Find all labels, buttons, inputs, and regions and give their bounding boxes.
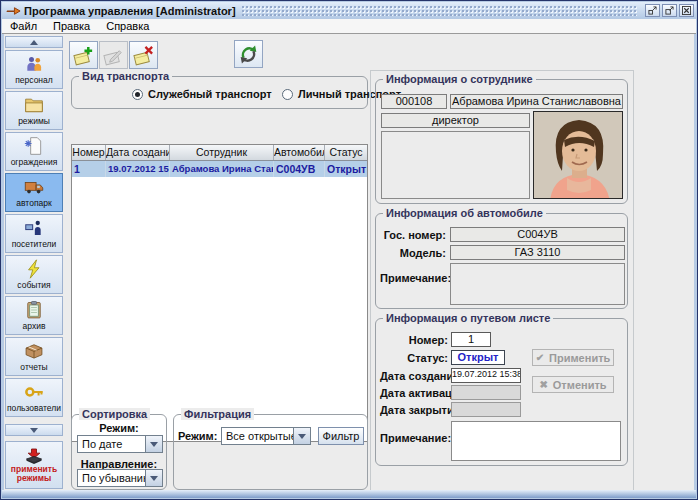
employee-name-field[interactable]: Абрамова Ирина Станиславовна — [450, 94, 623, 109]
maximize-icon — [665, 6, 674, 15]
sidebar-scroll-down-button[interactable] — [5, 424, 63, 436]
employee-note-field[interactable] — [381, 131, 530, 199]
refresh-icon — [237, 43, 260, 66]
waybill-status-label: Статус: — [380, 352, 448, 364]
waybill-closed-field[interactable] — [451, 402, 521, 417]
sort-mode-combobox[interactable]: По дате — [77, 435, 163, 453]
apply-modes-button[interactable]: применить режимы — [5, 441, 63, 489]
sidebar-item-events[interactable]: события — [5, 255, 63, 294]
sidebar-item-label: режимы — [18, 116, 50, 126]
sort-mode-value: По дате — [78, 436, 145, 452]
sidebar-item-label: пользователи — [7, 403, 61, 413]
filter-mode-combobox[interactable]: Все открытые — [221, 427, 311, 445]
titlebar: Программа управления [Administrator] — [2, 2, 696, 19]
apply-modes-icon — [24, 448, 44, 465]
sidebar-item-visitors[interactable]: посетители — [5, 214, 63, 253]
sort-direction-combobox[interactable]: По убыванию — [77, 469, 163, 487]
apply-button-label: Применить — [549, 352, 610, 364]
vehicle-note-label: Примечание: — [380, 272, 446, 284]
waybill-created-field[interactable]: 19.07.2012 15:38 — [451, 368, 521, 383]
sidebar-item-fleet[interactable]: автопарк — [5, 173, 63, 212]
column-header-status[interactable]: Статус — [325, 145, 367, 160]
sidebar-item-label: отчеты — [20, 362, 47, 372]
employee-position-field[interactable]: директор — [381, 113, 530, 128]
cell-employee: Абрамова Ирина Стани... — [170, 161, 274, 177]
delete-waybill-button[interactable] — [129, 41, 158, 69]
waybill-note-field[interactable] — [451, 421, 621, 461]
filtering-title: Фильтрация — [181, 408, 254, 420]
cell-vehicle: С004УВ — [274, 161, 325, 177]
waybill-table: Номер Дата создания Сотрудник Автомобиль… — [71, 144, 368, 442]
edit-waybill-button[interactable] — [99, 41, 128, 69]
add-waybill-button[interactable] — [69, 41, 98, 69]
employee-info-group: Информация о сотруднике 000108 Абрамова … — [375, 79, 628, 204]
x-icon: ✖ — [539, 379, 547, 390]
column-header-created[interactable]: Дата создания — [106, 145, 170, 160]
plate-label: Гос. номер: — [380, 229, 446, 241]
sidebar-item-label: автопарк — [16, 198, 51, 208]
chevron-up-icon — [30, 40, 38, 45]
document-add-icon — [72, 44, 95, 67]
check-icon: ✔ — [536, 352, 544, 363]
sort-direction-value: По убыванию — [78, 470, 145, 486]
sidebar-item-archive[interactable]: архив — [5, 296, 63, 335]
content-area: персонал режимы ограждения — [4, 34, 694, 490]
dropdown-arrow-icon — [145, 436, 162, 452]
menu-file[interactable]: Файл — [2, 20, 45, 32]
document-edit-icon — [102, 44, 125, 67]
sorting-title: Сортировка — [79, 408, 150, 420]
radio-label: Служебный транспорт — [148, 88, 272, 100]
menu-help[interactable]: Справка — [98, 20, 157, 32]
sidebar-item-modes[interactable]: режимы — [5, 91, 63, 130]
application-window: Программа управления [Administrator] Фай… — [0, 0, 698, 500]
close-button[interactable] — [679, 4, 694, 17]
sidebar-item-label: события — [17, 280, 50, 290]
close-icon — [682, 6, 691, 15]
document-snowflake-icon — [24, 136, 44, 156]
employee-id-field[interactable]: 000108 — [381, 94, 447, 109]
table-header: Номер Дата создания Сотрудник Автомобиль… — [72, 145, 367, 161]
waybill-number-field[interactable]: 1 — [451, 332, 491, 347]
document-delete-icon — [132, 44, 155, 67]
filter-button[interactable]: Фильтр — [318, 427, 364, 445]
waybill-number-label: Номер: — [380, 334, 448, 346]
vehicle-note-field[interactable] — [450, 263, 625, 305]
card-file-icon — [24, 341, 44, 361]
apply-modes-label-line2: режимы — [17, 474, 52, 483]
waybill-closed-label: Дата закрытия: — [380, 404, 448, 416]
radio-selected-icon — [132, 89, 143, 100]
menubar: Файл Правка Справка — [2, 19, 696, 34]
sidebar-item-users[interactable]: пользователи — [5, 378, 63, 417]
truck-icon — [24, 177, 44, 197]
table-row[interactable]: 1 19.07.2012 15:38 Абрамова Ирина Стани.… — [72, 161, 367, 177]
cell-status: Открыт — [325, 161, 367, 177]
apply-button[interactable]: ✔ Применить — [532, 349, 614, 366]
cancel-button[interactable]: ✖ Отменить — [532, 376, 614, 393]
window-bottom-frame — [2, 490, 696, 498]
waybill-activated-label: Дата активации: — [380, 387, 448, 399]
filter-mode-label: Режим: — [178, 430, 217, 442]
sidebar-item-label: архив — [23, 321, 46, 331]
waybill-activated-field[interactable] — [451, 385, 521, 400]
column-header-vehicle[interactable]: Автомобиль — [274, 145, 325, 160]
radio-company-transport[interactable]: Служебный транспорт — [132, 88, 272, 100]
refresh-button[interactable] — [234, 40, 263, 68]
model-field[interactable]: ГАЗ 3110 — [450, 245, 625, 260]
column-header-employee[interactable]: Сотрудник — [170, 145, 274, 160]
maximize-button[interactable] — [662, 4, 677, 17]
menu-edit[interactable]: Правка — [45, 20, 98, 32]
sidebar-item-personnel[interactable]: персонал — [5, 50, 63, 89]
sidebar-item-fences[interactable]: ограждения — [5, 132, 63, 171]
lightning-icon — [24, 259, 44, 279]
sidebar-item-reports[interactable]: отчеты — [5, 337, 63, 376]
sidebar-scroll-up-button[interactable] — [5, 36, 63, 48]
dropdown-arrow-icon — [293, 428, 310, 444]
plate-field[interactable]: С004УВ — [450, 227, 625, 242]
cell-created: 19.07.2012 15:38 — [106, 161, 170, 177]
waybill-info-title: Информация о путевом листе — [383, 312, 553, 324]
cell-number: 1 — [72, 161, 106, 177]
minimize-button[interactable] — [645, 4, 660, 17]
vehicle-info-title: Информация об автомобиле — [383, 207, 546, 219]
column-header-number[interactable]: Номер — [72, 145, 106, 160]
sidebar-item-label: посетители — [12, 239, 57, 249]
